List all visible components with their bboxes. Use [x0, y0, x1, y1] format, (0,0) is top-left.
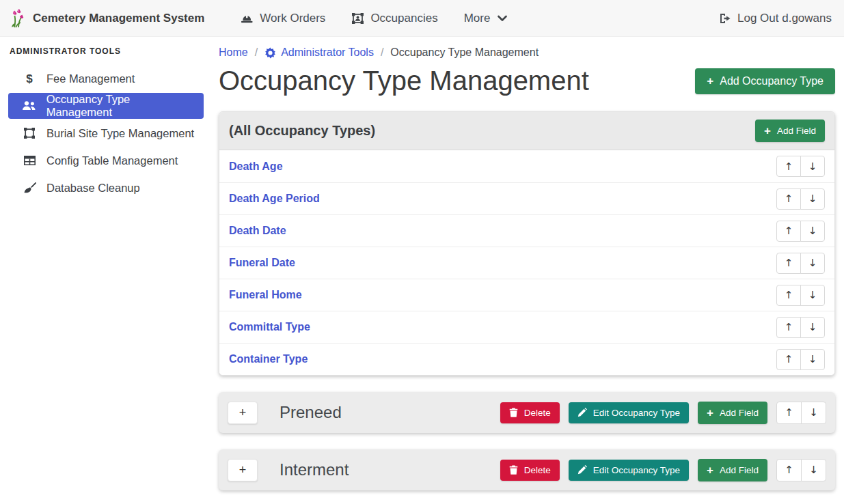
nav-item-label: More: [464, 12, 491, 25]
plus-icon: +: [707, 75, 713, 87]
app-brand: Cemetery Management System: [8, 8, 204, 29]
breadcrumb-item-occupancy-type-management: Occupancy Type Management: [390, 46, 539, 59]
occupancy-type-section-interment: + Interment Delete Edit Occupancy Type +…: [219, 449, 835, 490]
breadcrumb-label: Home: [219, 46, 248, 59]
plus-icon: +: [764, 125, 771, 137]
field-link[interactable]: Container Type: [229, 353, 308, 365]
sidebar-item-label: Fee Management: [46, 72, 135, 85]
expand-button[interactable]: +: [228, 459, 258, 481]
table-icon: [22, 155, 37, 166]
vector-square-icon: [22, 127, 37, 139]
nav-item-label: Work Orders: [260, 12, 325, 25]
edit-occupancy-type-button[interactable]: Edit Occupancy Type: [569, 460, 689, 481]
field-row: Funeral Date ↑ ↓: [219, 247, 834, 279]
field-link[interactable]: Funeral Date: [229, 257, 295, 269]
field-row: Committal Type ↑ ↓: [219, 311, 834, 343]
field-row: Death Age ↑ ↓: [219, 150, 834, 182]
top-navbar: Cemetery Management System Work Orders O…: [0, 0, 844, 37]
move-down-button[interactable]: ↓: [800, 317, 825, 338]
breadcrumb: Home/Administrator Tools/Occupancy Type …: [219, 46, 835, 59]
field-row: Funeral Home ↑ ↓: [219, 279, 834, 311]
app-title: Cemetery Management System: [33, 12, 204, 25]
breadcrumb-item-home[interactable]: Home: [219, 46, 248, 59]
nav-item-occupancies[interactable]: Occupancies: [351, 12, 437, 25]
sidebar-item-label: Config Table Management: [46, 154, 178, 167]
move-down-button[interactable]: ↓: [800, 285, 825, 306]
breadcrumb-label: Administrator Tools: [281, 46, 374, 59]
move-down-button[interactable]: ↓: [800, 349, 825, 370]
broom-icon: [22, 182, 37, 194]
gear-icon: [264, 47, 276, 59]
logout-button[interactable]: Log Out d.gowans: [719, 12, 832, 25]
sidebar-heading: ADMINISTRATOR TOOLS: [8, 46, 204, 56]
expand-button[interactable]: +: [228, 402, 258, 424]
section-title: Interment: [280, 460, 349, 479]
field-row: Death Date ↑ ↓: [219, 214, 834, 247]
add-field-button[interactable]: + Add Field: [755, 120, 825, 142]
main-nav: Work Orders Occupancies More: [228, 12, 520, 25]
trash-icon: [509, 465, 518, 475]
move-down-button[interactable]: ↓: [800, 221, 825, 242]
add-field-label: Add Field: [777, 126, 816, 136]
move-down-button[interactable]: ↓: [800, 253, 825, 274]
move-up-button[interactable]: ↑: [776, 459, 802, 481]
section-title: Preneed: [280, 403, 342, 422]
move-down-button[interactable]: ↓: [801, 459, 826, 481]
sidebar-item-fee-management[interactable]: $ Fee Management: [8, 66, 204, 92]
field-link[interactable]: Funeral Home: [229, 289, 302, 301]
sidebar-item-label: Burial Site Type Management: [46, 127, 194, 140]
occupancy-type-section-preneed: + Preneed Delete Edit Occupancy Type + A…: [219, 392, 835, 433]
field-link[interactable]: Death Age Period: [229, 193, 320, 205]
logout-label: Log Out d.gowans: [737, 12, 832, 25]
main-content: Home/Administrator Tools/Occupancy Type …: [212, 37, 844, 504]
sidebar: ADMINISTRATOR TOOLS $ Fee Management Occ…: [0, 37, 212, 504]
delete-button[interactable]: Delete: [500, 460, 560, 481]
field-row: Death Age Period ↑ ↓: [219, 182, 834, 214]
breadcrumb-item-administrator-tools[interactable]: Administrator Tools: [264, 46, 374, 59]
nav-item-work-orders[interactable]: Work Orders: [241, 12, 325, 25]
move-up-button[interactable]: ↑: [776, 285, 801, 306]
page-title: Occupancy Type Management: [219, 66, 589, 96]
move-up-button[interactable]: ↑: [776, 253, 801, 274]
sidebar-item-burial-site-type-management[interactable]: Burial Site Type Management: [8, 120, 204, 146]
breadcrumb-separator: /: [381, 46, 383, 59]
add-field-button[interactable]: + Add Field: [698, 402, 767, 424]
card-header: (All Occupancy Types) + Add Field: [219, 112, 834, 150]
card-title: (All Occupancy Types): [229, 123, 375, 139]
sidebar-item-database-cleanup[interactable]: Database Cleanup: [8, 175, 204, 201]
move-down-button[interactable]: ↓: [800, 156, 825, 177]
field-row: Container Type ↑ ↓: [219, 343, 834, 375]
sidebar-item-label: Database Cleanup: [46, 182, 140, 195]
move-down-button[interactable]: ↓: [800, 188, 825, 210]
add-occupancy-type-label: Add Occupancy Type: [720, 75, 823, 87]
dollar-icon: $: [22, 72, 37, 85]
move-down-button[interactable]: ↓: [801, 402, 826, 424]
person-frame-icon: [351, 12, 364, 25]
field-link[interactable]: Death Age: [229, 160, 283, 173]
move-up-button[interactable]: ↑: [776, 221, 801, 242]
sign-out-icon: [719, 13, 731, 24]
add-occupancy-type-button[interactable]: + Add Occupancy Type: [695, 68, 835, 94]
users-icon: [22, 100, 37, 111]
trash-icon: [509, 408, 518, 417]
add-field-button[interactable]: + Add Field: [698, 459, 767, 481]
sidebar-item-config-table-management[interactable]: Config Table Management: [8, 148, 204, 173]
svg-text:$: $: [26, 72, 33, 85]
pencil-icon: [577, 408, 587, 417]
nav-item-more[interactable]: More: [464, 12, 508, 25]
move-up-button[interactable]: ↑: [776, 402, 802, 424]
field-link[interactable]: Death Date: [229, 225, 286, 237]
edit-occupancy-type-button[interactable]: Edit Occupancy Type: [569, 402, 689, 423]
plus-icon: +: [707, 407, 713, 419]
breadcrumb-separator: /: [255, 46, 258, 59]
all-occupancy-types-card: (All Occupancy Types) + Add Field Death …: [219, 111, 835, 376]
chevron-down-icon: [498, 15, 507, 22]
sidebar-item-label: Occupancy Type Management: [46, 93, 197, 119]
sidebar-item-occupancy-type-management[interactable]: Occupancy Type Management: [8, 93, 204, 119]
delete-button[interactable]: Delete: [500, 402, 560, 423]
move-up-button[interactable]: ↑: [776, 317, 801, 338]
move-up-button[interactable]: ↑: [776, 188, 801, 210]
move-up-button[interactable]: ↑: [776, 349, 801, 370]
field-link[interactable]: Committal Type: [229, 321, 310, 333]
move-up-button[interactable]: ↑: [776, 156, 801, 177]
